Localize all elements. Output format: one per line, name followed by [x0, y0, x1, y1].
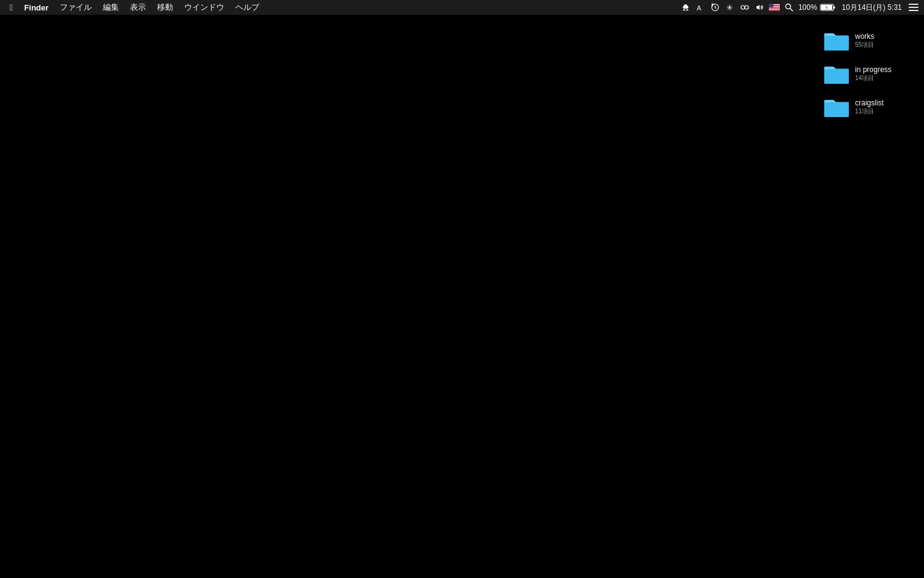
folder-craigslist-count: 11項目: [855, 107, 884, 116]
window-menu[interactable]: ウインドウ: [179, 1, 229, 14]
svg-line-16: [790, 9, 793, 12]
svg-rect-10: [769, 8, 780, 9]
extras-icon[interactable]: ✳: [724, 2, 736, 13]
creative-cloud-icon[interactable]: [680, 2, 691, 13]
folder-craigslist-name: craigslist: [855, 99, 884, 107]
svg-marker-4: [756, 5, 760, 10]
volume-icon[interactable]: [754, 2, 765, 13]
folder-icon-craigslist: [823, 96, 850, 118]
desktop-folder-craigslist[interactable]: craigslist 11項目: [819, 94, 918, 121]
battery-indicator[interactable]: 100%: [798, 3, 836, 12]
desktop-folder-in-progress[interactable]: in progress 14項目: [819, 60, 918, 88]
font-sync-icon[interactable]: A: [695, 2, 706, 13]
svg-rect-14: [769, 4, 774, 8]
svg-rect-13: [769, 10, 780, 10]
go-menu[interactable]: 移動: [152, 1, 178, 14]
menubar-right: A ✳: [680, 2, 919, 13]
spotlight-icon[interactable]: [784, 2, 795, 13]
svg-rect-21: [909, 7, 918, 8]
input-source-icon[interactable]: [769, 2, 780, 13]
folder-works-name: works: [855, 32, 874, 41]
finder-menu[interactable]: Finder: [19, 2, 54, 14]
battery-icon: [820, 3, 836, 12]
desktop-icons-container: works 55項目 in progress 14項目: [819, 27, 918, 121]
help-menu[interactable]: ヘルプ: [230, 1, 264, 14]
edit-menu[interactable]: 編集: [98, 1, 124, 14]
svg-rect-22: [909, 10, 918, 11]
folder-in-progress-count: 14項目: [855, 74, 891, 83]
view-menu[interactable]: 表示: [125, 1, 151, 14]
menubar:  Finder ファイル 編集 表示 移動 ウインドウ ヘルプ A: [0, 0, 924, 15]
svg-rect-20: [909, 4, 918, 5]
svg-point-2: [741, 6, 745, 9]
desktop: works 55項目 in progress 14項目: [0, 15, 924, 578]
menubar-left:  Finder ファイル 編集 表示 移動 ウインドウ ヘルプ: [5, 1, 264, 14]
apple-menu[interactable]: : [5, 1, 18, 14]
folder-works-count: 55項目: [855, 41, 874, 49]
folder-craigslist-label: craigslist 11項目: [855, 99, 884, 116]
notification-center-icon[interactable]: [908, 2, 919, 13]
svg-rect-18: [833, 6, 835, 9]
scrobbler-icon[interactable]: [739, 2, 750, 13]
battery-percentage: 100%: [798, 3, 817, 12]
datetime-display[interactable]: 10月14日(月) 5:31: [842, 2, 902, 13]
svg-rect-12: [769, 9, 780, 10]
svg-point-15: [785, 4, 790, 9]
svg-text:A: A: [697, 4, 702, 12]
folder-icon-works: [823, 30, 850, 52]
svg-rect-11: [769, 9, 780, 9]
folder-in-progress-label: in progress 14項目: [855, 65, 891, 83]
file-menu[interactable]: ファイル: [55, 1, 97, 14]
desktop-folder-works[interactable]: works 55項目: [819, 27, 918, 54]
folder-in-progress-name: in progress: [855, 65, 891, 74]
folder-works-label: works 55項目: [855, 32, 874, 49]
folder-icon-in-progress: [823, 63, 850, 85]
time-machine-icon[interactable]: [710, 2, 721, 13]
svg-point-3: [745, 6, 748, 9]
